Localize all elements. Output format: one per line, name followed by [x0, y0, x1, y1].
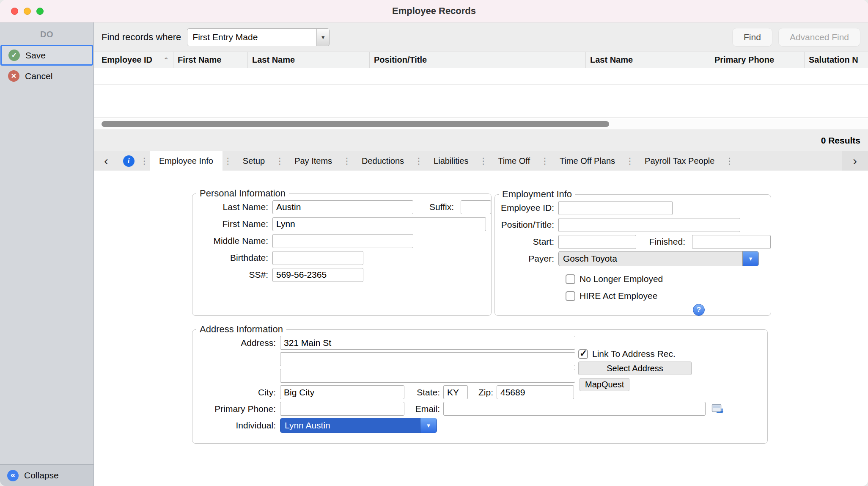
link-to-address-row: Link To Address Rec. — [578, 349, 676, 359]
find-button[interactable]: Find — [732, 28, 772, 47]
find-records-where-label: Find records where — [102, 32, 181, 43]
finished-label: Finished: — [644, 237, 689, 247]
tab-label: Setup — [243, 156, 265, 166]
collapse-button[interactable]: Collapse — [0, 464, 93, 486]
results-count: 0 Results — [821, 135, 860, 146]
tab-employee-info[interactable]: Employee Info — [150, 151, 222, 171]
last-name-input[interactable] — [272, 200, 413, 214]
start-label: Start: — [498, 237, 558, 247]
zip-input[interactable] — [497, 385, 574, 399]
middle-name-input[interactable] — [272, 234, 413, 248]
tabs-scroll-right-button[interactable] — [842, 151, 868, 171]
chevron-down-icon — [742, 251, 758, 266]
address-information-legend: Address Information — [196, 324, 286, 334]
tab-payroll-tax-people[interactable]: Payroll Tax People — [635, 151, 724, 171]
city-input[interactable] — [280, 385, 404, 399]
birthdate-input[interactable] — [272, 251, 363, 265]
close-button[interactable] — [11, 8, 18, 15]
window-controls — [11, 0, 44, 22]
city-label: City: — [195, 387, 280, 398]
middle-name-label: Middle Name: — [195, 236, 272, 246]
minimize-button[interactable] — [24, 8, 31, 15]
birthdate-label: Birthdate: — [195, 253, 272, 263]
tab-label: Employee Info — [159, 156, 213, 166]
finished-date-input[interactable] — [692, 235, 771, 249]
ssn-input[interactable] — [272, 268, 363, 282]
position-title-label: Position/Title: — [498, 220, 558, 230]
tab-deductions[interactable]: Deductions — [352, 151, 413, 171]
column-header-employee-id[interactable]: Employee ID — [94, 52, 173, 68]
start-date-input[interactable] — [558, 235, 636, 249]
ssn-label: SS#: — [195, 270, 272, 280]
column-header-primary-phone[interactable]: Primary Phone — [710, 52, 805, 68]
table-header: Employee ID First Name Last Name Positio… — [94, 52, 868, 68]
find-field-dropdown[interactable]: First Entry Made — [187, 28, 330, 46]
link-to-address-checkbox[interactable] — [578, 349, 588, 359]
column-label: Employee ID — [102, 55, 152, 65]
tab-separator-icon — [139, 151, 150, 171]
column-header-first-name[interactable]: First Name — [173, 52, 248, 68]
sidebar-header: DO — [0, 22, 93, 45]
column-header-position-title[interactable]: Position/Title — [370, 52, 586, 68]
no-longer-employed-checkbox[interactable] — [566, 274, 575, 284]
employee-id-input[interactable] — [558, 201, 673, 215]
column-header-last-name-2[interactable]: Last Name — [586, 52, 710, 68]
tab-pay-items[interactable]: Pay Items — [285, 151, 341, 171]
zoom-button[interactable] — [36, 8, 44, 15]
address-line3-input[interactable] — [280, 369, 575, 383]
first-name-input[interactable] — [272, 217, 486, 231]
tab-setup[interactable]: Setup — [233, 151, 274, 171]
last-name-label: Last Name: — [195, 202, 272, 212]
tab-separator-icon — [539, 151, 550, 171]
payer-dropdown-value: Gosch Toyota — [559, 251, 742, 266]
mapquest-button[interactable]: MapQuest — [580, 378, 629, 391]
save-button[interactable]: Save — [0, 45, 93, 66]
column-header-salutation[interactable]: Salutation N — [805, 52, 868, 68]
column-label: Salutation N — [809, 55, 858, 65]
cancel-button[interactable]: Cancel — [0, 66, 93, 86]
state-label: State: — [404, 387, 443, 398]
advanced-find-button[interactable]: Advanced Find — [778, 28, 860, 47]
horizontal-scrollbar[interactable] — [94, 119, 868, 130]
first-name-label: First Name: — [195, 219, 272, 229]
personal-information-section: Personal Information Last Name: Suffix: … — [192, 188, 492, 316]
primary-phone-input[interactable] — [280, 402, 404, 416]
address-line1-input[interactable] — [280, 336, 575, 350]
hire-act-checkbox[interactable] — [566, 291, 575, 301]
column-label: Primary Phone — [714, 55, 774, 65]
find-field-dropdown-value: First Entry Made — [187, 32, 316, 42]
chevron-left-icon — [104, 154, 108, 168]
help-icon[interactable] — [693, 304, 705, 316]
column-header-last-name[interactable]: Last Name — [248, 52, 370, 68]
tab-separator-icon — [413, 151, 424, 171]
email-input[interactable] — [443, 402, 706, 416]
state-input[interactable] — [443, 385, 468, 399]
tab-label: Time Off Plans — [560, 156, 615, 166]
record-info-button[interactable] — [118, 151, 139, 171]
tab-label: Payroll Tax People — [645, 156, 714, 166]
chevron-right-icon — [853, 154, 857, 168]
suffix-input[interactable] — [461, 200, 491, 214]
tab-label: Pay Items — [294, 156, 332, 166]
email-label: Email: — [404, 404, 443, 414]
table-row — [94, 101, 868, 118]
table-row — [94, 68, 868, 85]
scrollbar-thumb[interactable] — [102, 121, 609, 127]
tab-time-off-plans[interactable]: Time Off Plans — [550, 151, 624, 171]
titlebar: Employee Records — [0, 0, 868, 22]
select-address-button[interactable]: Select Address — [578, 362, 692, 375]
tab-separator-icon — [274, 151, 285, 171]
payer-dropdown[interactable]: Gosch Toyota — [558, 251, 759, 266]
email-action-icon[interactable] — [711, 404, 723, 414]
main-panel: Find records where First Entry Made Find… — [94, 22, 868, 486]
position-title-input[interactable] — [558, 218, 740, 232]
cancel-label: Cancel — [25, 71, 52, 81]
individual-dropdown[interactable]: Lynn Austin — [280, 418, 437, 433]
column-label: First Name — [178, 55, 221, 65]
tab-liabilities[interactable]: Liabilities — [424, 151, 478, 171]
tab-label: Liabilities — [434, 156, 468, 166]
sidebar: DO Save Cancel Collapse — [0, 22, 94, 486]
address-line2-input[interactable] — [280, 352, 575, 366]
tab-time-off[interactable]: Time Off — [489, 151, 539, 171]
tabs-scroll-left-button[interactable] — [94, 151, 118, 171]
